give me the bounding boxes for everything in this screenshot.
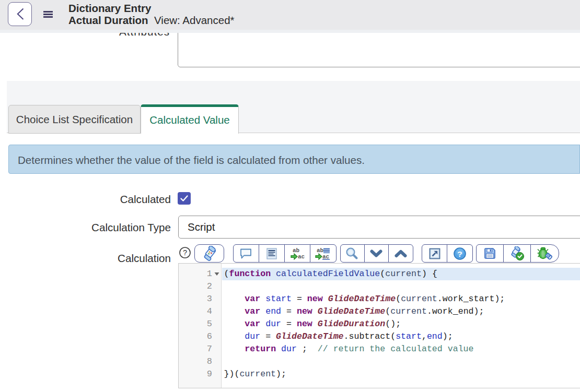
- svg-text:ab: ab: [317, 247, 324, 254]
- svg-text:?: ?: [457, 249, 462, 258]
- svg-text:?: ?: [183, 248, 187, 257]
- svg-text:ac: ac: [298, 254, 305, 260]
- svg-text:ab: ab: [293, 247, 300, 254]
